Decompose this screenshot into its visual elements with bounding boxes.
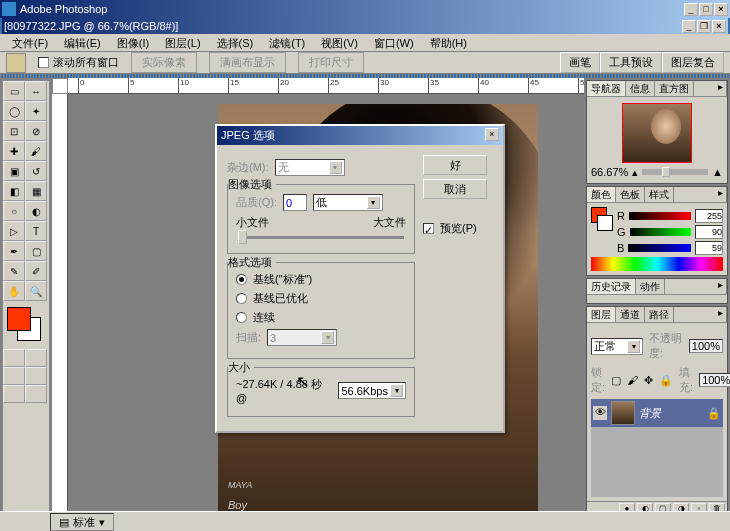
- quality-select[interactable]: 低▾: [313, 194, 383, 211]
- screenmode-full[interactable]: [25, 367, 47, 385]
- crop-tool[interactable]: ⊡: [3, 121, 25, 141]
- blend-mode-select[interactable]: 正常▾: [591, 338, 643, 355]
- eraser-tool[interactable]: ◧: [3, 181, 25, 201]
- doc-restore-button[interactable]: ❐: [697, 20, 711, 33]
- ruler-vertical[interactable]: [52, 94, 68, 515]
- scroll-all-checkbox[interactable]: [38, 57, 49, 68]
- marquee-tool[interactable]: ▭: [3, 81, 25, 101]
- panel-menu-icon[interactable]: ▸: [715, 307, 727, 322]
- quality-input[interactable]: [283, 194, 307, 211]
- layer-name[interactable]: 背景: [639, 406, 661, 421]
- quickmask-on[interactable]: [25, 349, 47, 367]
- tab-navigator[interactable]: 导航器: [587, 81, 626, 96]
- radio-baseline-std[interactable]: [236, 274, 247, 285]
- hand-tool-icon[interactable]: [6, 53, 26, 73]
- layer-row-background[interactable]: 👁 背景 🔒: [591, 399, 723, 427]
- fill-value[interactable]: 100%: [699, 373, 730, 387]
- tab-info[interactable]: 信息: [626, 81, 655, 96]
- doc-minimize-button[interactable]: _: [682, 20, 696, 33]
- hand-tool[interactable]: ✋: [3, 281, 25, 301]
- panel-menu-icon[interactable]: ▸: [715, 81, 727, 96]
- heal-tool[interactable]: ✚: [3, 141, 25, 161]
- visibility-icon[interactable]: 👁: [593, 406, 607, 420]
- menu-image[interactable]: 图像(I): [109, 34, 157, 51]
- tab-presets[interactable]: 工具预设: [600, 52, 662, 73]
- zoom-slider[interactable]: [642, 169, 708, 175]
- menu-edit[interactable]: 编辑(E): [56, 34, 109, 51]
- actual-pixels-button[interactable]: 实际像素: [131, 52, 197, 73]
- menu-select[interactable]: 选择(S): [209, 34, 262, 51]
- ok-button[interactable]: 好: [423, 155, 487, 175]
- g-slider[interactable]: [630, 228, 691, 236]
- color-spectrum[interactable]: [591, 257, 723, 271]
- menu-window[interactable]: 窗口(W): [366, 34, 422, 51]
- r-slider[interactable]: [629, 212, 691, 220]
- color-swatch[interactable]: [3, 305, 47, 345]
- close-button[interactable]: ×: [714, 3, 728, 16]
- quickmask-off[interactable]: [3, 349, 25, 367]
- maximize-button[interactable]: □: [699, 3, 713, 16]
- tab-channels[interactable]: 通道: [616, 307, 645, 322]
- path-tool[interactable]: ▷: [3, 221, 25, 241]
- move-tool[interactable]: ↔: [25, 81, 47, 101]
- jump-to[interactable]: [25, 385, 47, 403]
- tab-actions[interactable]: 动作: [636, 279, 665, 294]
- cancel-button[interactable]: 取消: [423, 179, 487, 199]
- r-input[interactable]: [695, 209, 723, 223]
- notes-tool[interactable]: ✎: [3, 261, 25, 281]
- lasso-tool[interactable]: ◯: [3, 101, 25, 121]
- panel-menu-icon[interactable]: ▸: [715, 187, 727, 202]
- doc-close-button[interactable]: ×: [712, 20, 726, 33]
- menu-layer[interactable]: 图层(L): [157, 34, 208, 51]
- menu-help[interactable]: 帮助(H): [422, 34, 475, 51]
- brush-tool[interactable]: 🖌: [25, 141, 47, 161]
- tab-comps[interactable]: 图层复合: [662, 52, 724, 73]
- pen-tool[interactable]: ✒: [3, 241, 25, 261]
- lock-all-icon[interactable]: 🔒: [659, 374, 673, 387]
- zoom-out-icon[interactable]: ▴: [632, 166, 638, 179]
- type-tool[interactable]: T: [25, 221, 47, 241]
- bg-swatch[interactable]: [597, 215, 613, 231]
- gradient-tool[interactable]: ▦: [25, 181, 47, 201]
- opacity-value[interactable]: 100%: [689, 339, 723, 353]
- radio-progressive[interactable]: [236, 312, 247, 323]
- print-size-button[interactable]: 打印尺寸: [298, 52, 364, 73]
- tab-layers[interactable]: 图层: [587, 307, 616, 322]
- menu-file[interactable]: 文件(F): [4, 34, 56, 51]
- panel-menu-icon[interactable]: ▸: [715, 279, 727, 294]
- menu-filter[interactable]: 滤镜(T): [261, 34, 313, 51]
- quality-slider[interactable]: [238, 236, 404, 239]
- tab-styles[interactable]: 样式: [645, 187, 674, 202]
- slice-tool[interactable]: ⊘: [25, 121, 47, 141]
- lock-trans-icon[interactable]: ▢: [611, 374, 621, 387]
- b-input[interactable]: [695, 241, 723, 255]
- speed-select[interactable]: 56.6Kbps▾: [338, 382, 406, 399]
- b-slider[interactable]: [628, 244, 691, 252]
- tab-color[interactable]: 颜色: [587, 187, 616, 202]
- lock-pos-icon[interactable]: ✥: [644, 374, 653, 387]
- radio-baseline-opt[interactable]: [236, 293, 247, 304]
- tab-paths[interactable]: 路径: [645, 307, 674, 322]
- preview-checkbox[interactable]: ✓: [423, 223, 434, 234]
- layer-thumb[interactable]: [611, 401, 635, 425]
- fit-screen-button[interactable]: 满画布显示: [209, 52, 286, 73]
- taskbar-button[interactable]: ▤ 标准 ▾: [50, 513, 114, 531]
- zoom-value[interactable]: 66.67%: [591, 166, 628, 178]
- ruler-horizontal[interactable]: 05 1015 2025 3035 4045 50: [68, 78, 584, 94]
- screenmode-std[interactable]: [3, 367, 25, 385]
- lock-pixels-icon[interactable]: 🖌: [627, 374, 638, 386]
- zoom-tool[interactable]: 🔍: [25, 281, 47, 301]
- tab-swatches[interactable]: 色板: [616, 187, 645, 202]
- history-brush-tool[interactable]: ↺: [25, 161, 47, 181]
- ruler-origin[interactable]: [52, 78, 68, 94]
- tab-history[interactable]: 历史记录: [587, 279, 636, 294]
- blur-tool[interactable]: ○: [3, 201, 25, 221]
- minimize-button[interactable]: _: [684, 3, 698, 16]
- shape-tool[interactable]: ▢: [25, 241, 47, 261]
- dodge-tool[interactable]: ◐: [25, 201, 47, 221]
- menu-view[interactable]: 视图(V): [313, 34, 366, 51]
- eyedropper-tool[interactable]: ✐: [25, 261, 47, 281]
- tab-histogram[interactable]: 直方图: [655, 81, 694, 96]
- g-input[interactable]: [695, 225, 723, 239]
- navigator-thumb[interactable]: [622, 103, 692, 163]
